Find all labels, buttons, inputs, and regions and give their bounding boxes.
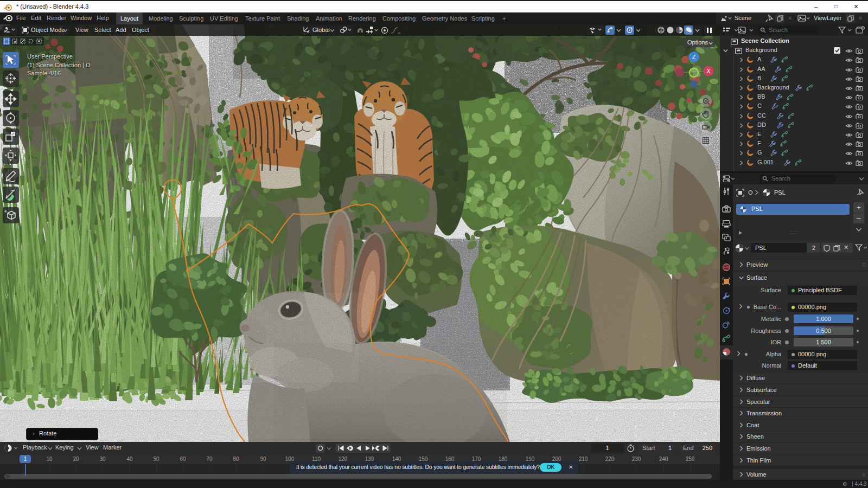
svg-text:Z: Z (692, 54, 695, 60)
svg-text:X: X (707, 68, 711, 74)
